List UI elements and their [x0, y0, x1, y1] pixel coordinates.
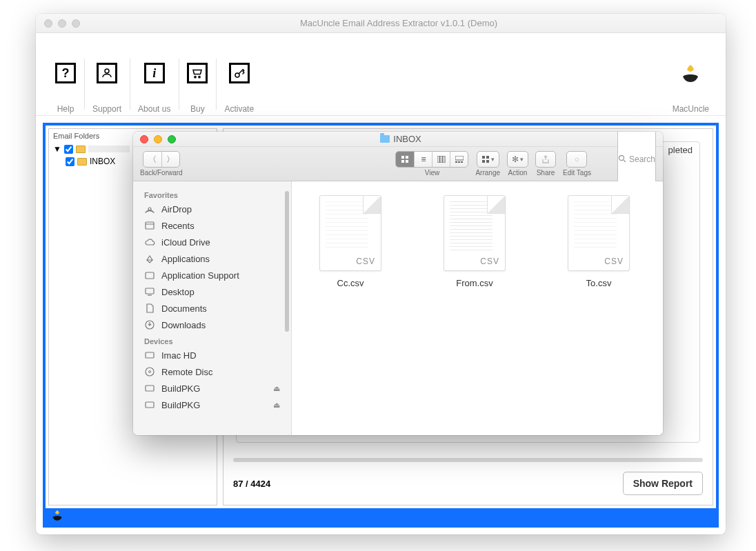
edit-tags-button[interactable]: ○ — [566, 151, 587, 168]
folder-icon — [144, 270, 155, 281]
file-thumb: CSV — [568, 195, 630, 271]
svg-rect-15 — [482, 160, 485, 163]
zoom-icon[interactable] — [168, 135, 176, 143]
disc-icon — [144, 366, 155, 377]
downloads-icon — [144, 319, 155, 330]
csv-tag: CSV — [356, 257, 375, 266]
sidebar-item-recents[interactable]: Recents — [133, 217, 291, 234]
sidebar-item-build1[interactable]: BuildPKG ⏏ — [133, 380, 291, 397]
share-caption: Share — [537, 169, 555, 177]
view-mode-segment[interactable]: ≡ — [395, 151, 468, 168]
svg-rect-3 — [406, 156, 408, 159]
svg-rect-7 — [440, 156, 442, 163]
zoom-icon[interactable] — [72, 19, 80, 28]
folder-icon — [380, 135, 390, 143]
about-icon[interactable]: i — [144, 63, 165, 83]
arrange-caption: Arrange — [475, 169, 500, 177]
folder-icon — [77, 158, 87, 166]
minimize-icon[interactable] — [154, 135, 162, 143]
svg-rect-6 — [437, 156, 439, 163]
activate-icon[interactable] — [229, 63, 250, 83]
sidebar-item-remote[interactable]: Remote Disc — [133, 363, 291, 380]
file-label: Cc.csv — [337, 278, 364, 288]
svg-rect-20 — [146, 222, 154, 229]
sidebar-item-airdrop[interactable]: AirDrop — [133, 201, 291, 217]
window-controls[interactable] — [44, 19, 80, 28]
sidebar-item-appsupport[interactable]: Application Support — [133, 267, 291, 283]
help-icon[interactable]: ? — [55, 63, 76, 83]
minimize-icon[interactable] — [58, 19, 66, 28]
file-item-cc[interactable]: CSV Cc.csv — [306, 195, 395, 288]
applications-icon — [144, 253, 155, 264]
finder-title: INBOX — [176, 134, 626, 144]
sidebar-item-label: BuildPKG — [161, 400, 200, 410]
sidebar-item-label: Downloads — [161, 320, 206, 330]
sidebar-item-imac[interactable]: Imac HD — [133, 347, 291, 363]
sidebar-item-label: Imac HD — [161, 350, 197, 361]
app-title: MacUncle Email Address Extractor v1.0.1 … — [80, 18, 717, 28]
eject-icon[interactable]: ⏏ — [273, 401, 280, 410]
sidebar-item-build2[interactable]: BuildPKG ⏏ — [133, 397, 291, 413]
devices-header: Devices — [133, 333, 291, 347]
svg-point-0 — [105, 69, 109, 73]
sidebar-item-label: AirDrop — [161, 204, 192, 214]
sidebar-item-label: Documents — [161, 303, 207, 314]
completed-label: pleted — [668, 145, 693, 155]
root-checkbox[interactable] — [64, 145, 73, 154]
file-thumb: CSV — [319, 195, 381, 271]
support-icon[interactable] — [97, 63, 117, 83]
help-label: Help — [57, 104, 74, 114]
eject-icon[interactable]: ⏏ — [273, 384, 280, 393]
svg-rect-30 — [146, 402, 154, 408]
disclosure-triangle-icon[interactable]: ▼ — [53, 144, 61, 154]
sidebar-scrollbar[interactable] — [285, 191, 289, 425]
brand-logo-icon — [680, 63, 701, 83]
disk-icon — [144, 350, 155, 361]
action-button[interactable]: ✻▾ — [507, 151, 528, 168]
sidebar-item-applications[interactable]: Applications — [133, 250, 291, 267]
forward-button[interactable]: 〉 — [161, 152, 179, 167]
arrange-button[interactable]: ▾ — [477, 151, 499, 168]
app-footer — [46, 508, 716, 525]
edittags-caption: Edit Tags — [563, 169, 591, 177]
back-forward-buttons[interactable]: 〈 〉 — [143, 151, 180, 168]
finder-titlebar: INBOX — [133, 132, 663, 147]
sidebar-item-downloads[interactable]: Downloads — [133, 317, 291, 333]
svg-point-27 — [146, 368, 154, 376]
brand-footer-icon — [51, 509, 63, 524]
file-item-from[interactable]: CSV From.csv — [430, 195, 519, 288]
svg-rect-2 — [401, 156, 404, 159]
back-button[interactable]: 〈 — [143, 152, 161, 167]
share-button[interactable] — [535, 151, 556, 168]
column-view-button[interactable] — [432, 152, 450, 167]
brand-label: MacUncle — [673, 104, 709, 114]
disk-icon — [144, 399, 155, 410]
svg-rect-9 — [455, 156, 464, 160]
close-icon[interactable] — [44, 19, 52, 28]
file-item-to[interactable]: CSV To.csv — [554, 195, 644, 288]
sidebar-item-desktop[interactable]: Desktop — [133, 283, 291, 300]
disk-icon — [144, 383, 155, 394]
svg-rect-4 — [401, 160, 404, 163]
svg-rect-13 — [482, 156, 485, 159]
icon-view-button[interactable] — [396, 152, 414, 167]
sidebar-item-icloud[interactable]: iCloud Drive — [133, 234, 291, 250]
gallery-view-button[interactable] — [450, 152, 468, 167]
buy-label: Buy — [190, 104, 205, 114]
svg-rect-12 — [461, 161, 463, 163]
buy-icon[interactable] — [187, 63, 208, 83]
svg-rect-11 — [458, 161, 460, 163]
svg-point-1 — [235, 73, 239, 77]
finder-files-area[interactable]: CSV Cc.csv CSV From.csv CSV To.csv — [292, 181, 663, 435]
csv-tag: CSV — [480, 257, 499, 266]
backforward-caption: Back/Forward — [140, 169, 183, 177]
finder-window-controls[interactable] — [140, 135, 176, 143]
list-view-button[interactable]: ≡ — [414, 152, 432, 167]
inbox-checkbox[interactable] — [66, 157, 74, 166]
sidebar-item-label: BuildPKG — [161, 383, 200, 394]
close-icon[interactable] — [140, 135, 148, 143]
documents-icon — [144, 303, 155, 314]
sidebar-item-documents[interactable]: Documents — [133, 300, 291, 317]
show-report-button[interactable]: Show Report — [623, 472, 703, 495]
svg-point-17 — [619, 155, 624, 160]
